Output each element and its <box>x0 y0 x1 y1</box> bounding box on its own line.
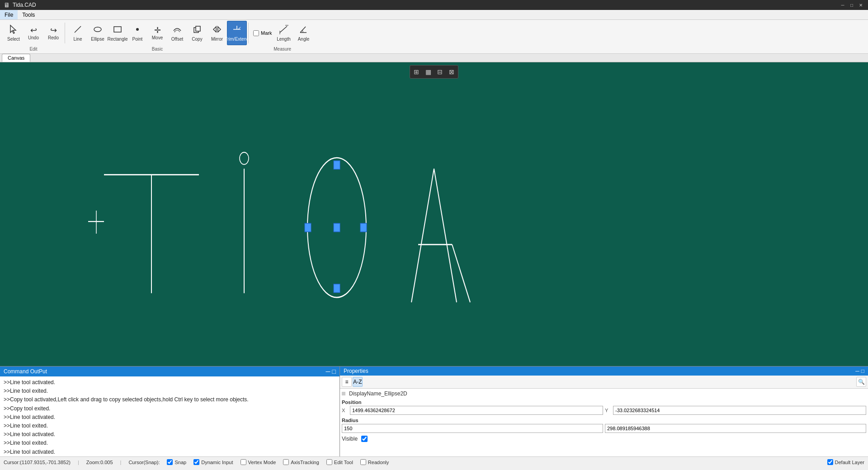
point-button[interactable]: Point <box>127 21 147 45</box>
default-layer-checkbox[interactable] <box>827 459 833 465</box>
svg-rect-27 <box>334 223 340 232</box>
command-line: >>Copy tool exited. <box>4 404 336 413</box>
cad-canvas[interactable] <box>0 62 868 366</box>
prop-position-row: Position X Y <box>342 400 866 415</box>
undo-icon: ↩ <box>30 26 37 34</box>
prop-ry-input[interactable] <box>605 424 866 433</box>
prop-radius-label: Radius <box>342 418 866 423</box>
angle-button[interactable]: Angle <box>293 21 313 45</box>
prop-visible-row: Visible <box>342 436 866 442</box>
copy-button[interactable]: Copy <box>187 21 207 45</box>
rectangle-button[interactable]: Rectangle <box>108 21 127 45</box>
command-minimize-btn[interactable]: ─ <box>326 368 330 375</box>
command-output: Command OutPut ─ □ >>Line tool activated… <box>0 367 340 456</box>
toolbar-edit-group: Select ↩ Undo ↪ Redo Edit <box>2 21 65 45</box>
trim-extend-button[interactable]: Trim/Extend <box>227 21 247 45</box>
move-label: Move <box>152 35 163 40</box>
length-button[interactable]: Length <box>274 21 293 45</box>
command-line: >>Line tool exited. <box>4 439 336 447</box>
prop-position-label: Position <box>342 400 866 405</box>
mirror-button[interactable]: Mirror <box>207 21 227 45</box>
mirror-icon <box>212 24 222 36</box>
edit-tool-item: Edit Tool <box>326 459 353 465</box>
line-button[interactable]: Line <box>68 21 88 45</box>
undo-label: Undo <box>28 35 39 40</box>
mark-label: Mark <box>261 30 272 36</box>
properties-minimize-btn[interactable]: ─ <box>855 368 859 374</box>
canvas-tab[interactable]: Canvas <box>2 54 30 62</box>
point-icon <box>132 24 142 36</box>
redo-label: Redo <box>48 35 59 40</box>
ellipse-button[interactable]: Ellipse <box>88 21 108 45</box>
prop-visible-checkbox[interactable] <box>361 436 368 442</box>
svg-rect-6 <box>196 26 200 31</box>
dynamic-input-checkbox[interactable] <box>193 459 199 465</box>
angle-icon <box>298 24 308 36</box>
float-btn-3[interactable]: ⊟ <box>434 66 445 77</box>
properties-title: Properties <box>344 368 368 374</box>
offset-button[interactable]: Offset <box>167 21 187 45</box>
app-title: Tida.CAD <box>13 2 36 8</box>
menu-tools[interactable]: Tools <box>18 10 39 19</box>
copy-label: Copy <box>192 37 202 42</box>
prop-x-input[interactable] <box>350 406 603 415</box>
command-line: >>Line tool activated. <box>4 378 336 387</box>
command-line: >>Line tool activated. <box>4 430 336 439</box>
mark-check-container: Mark <box>251 30 274 36</box>
command-expand-btn[interactable]: □ <box>332 368 336 375</box>
svg-marker-9 <box>218 27 221 32</box>
axis-tracking-checkbox[interactable] <box>283 459 289 465</box>
snap-label: Snap <box>175 460 186 465</box>
ellipse-icon <box>93 24 103 36</box>
snap-checkbox[interactable] <box>167 459 173 465</box>
mirror-label: Mirror <box>211 37 223 42</box>
status-separator-2: | <box>120 460 122 465</box>
toolbar: Select ↩ Undo ↪ Redo Edit Line Ellipse <box>0 20 868 54</box>
minimize-button[interactable]: ─ <box>839 1 846 9</box>
prop-y-input[interactable] <box>613 406 866 415</box>
canvas-area[interactable]: ⊞ ▦ ⊟ ⊠ <box>0 62 868 366</box>
close-button[interactable]: ✕ <box>857 1 864 9</box>
edit-tool-checkbox[interactable] <box>326 459 332 465</box>
select-button[interactable]: Select <box>4 21 24 45</box>
measure-group-label: Measure <box>274 47 291 52</box>
app-icon: 🖥 <box>4 1 10 9</box>
properties-header-buttons: ─ □ <box>855 368 864 374</box>
cursor-snap-label: Cursor(Snap): <box>128 460 160 465</box>
float-btn-1[interactable]: ⊞ <box>411 66 422 77</box>
float-btn-4[interactable]: ⊠ <box>446 66 457 77</box>
prop-x-label: X <box>342 408 348 413</box>
redo-button[interactable]: ↪ Redo <box>43 21 63 45</box>
angle-label: Angle <box>298 37 310 42</box>
vertex-mode-checkbox[interactable] <box>241 459 246 465</box>
select-label: Select <box>7 37 20 42</box>
point-label: Point <box>132 37 143 42</box>
svg-marker-0 <box>10 25 16 33</box>
properties-panel: Properties ─ □ ≡ A-Z 🔍 DisplayName_Ellip… <box>340 367 868 456</box>
command-line: >>Line tool activated. <box>4 448 336 456</box>
vertex-mode-item: Vertex Mode <box>241 459 276 465</box>
rectangle-icon <box>113 24 123 36</box>
prop-color-swatch <box>342 392 345 395</box>
mark-checkbox[interactable] <box>253 30 259 36</box>
readonly-checkbox[interactable] <box>360 459 366 465</box>
prop-search-btn[interactable]: 🔍 <box>856 377 866 387</box>
properties-header: Properties ─ □ <box>340 367 868 376</box>
svg-point-4 <box>136 28 139 31</box>
properties-expand-btn[interactable]: □ <box>861 368 864 374</box>
prop-y-label: Y <box>605 408 611 413</box>
properties-toolbar: ≡ A-Z 🔍 <box>340 376 868 389</box>
float-btn-2[interactable]: ▦ <box>423 66 434 77</box>
menu-file[interactable]: File <box>0 10 18 19</box>
command-output-title: Command OutPut <box>4 368 47 375</box>
undo-button[interactable]: ↩ Undo <box>24 21 43 45</box>
prop-az-btn[interactable]: A-Z <box>353 377 363 387</box>
prop-list-btn[interactable]: ≡ <box>342 377 352 387</box>
offset-label: Offset <box>171 37 184 42</box>
maximize-button[interactable]: □ <box>848 1 855 9</box>
move-button[interactable]: ✛ Move <box>147 21 167 45</box>
svg-rect-25 <box>305 223 311 232</box>
prop-rx-input[interactable] <box>342 424 603 433</box>
dynamic-input-item: Dynamic Input <box>193 459 233 465</box>
default-layer-label: Default Layer <box>835 460 864 465</box>
